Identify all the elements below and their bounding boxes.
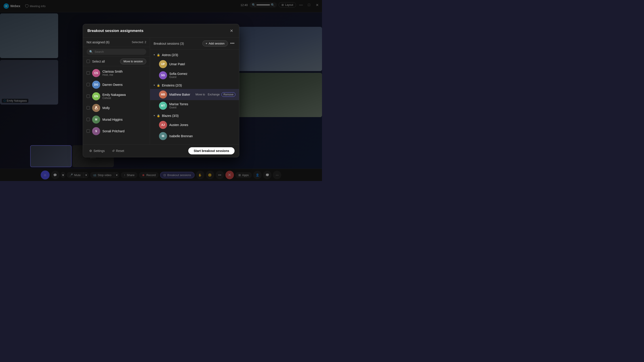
move-to-session-label: Move to session [124, 60, 143, 63]
session-member-isabelle[interactable]: IB Isabelle Brennan [150, 130, 239, 142]
avatar: SG [159, 71, 167, 79]
search-icon: 🔍 [89, 50, 93, 53]
select-all-label: Select all [92, 60, 105, 63]
chevron-down-icon: ▾ [154, 114, 155, 117]
session-group-einsteins: ▾ 🔒 Einsteins (2/3) MB Matthew Baker Mov… [150, 82, 239, 111]
remove-link[interactable]: Remove [222, 92, 236, 97]
session-group-astros: ▾ 🔒 Astros (2/3) UP Umar Patel SG [150, 51, 239, 81]
person-checkbox-murad[interactable] [86, 118, 90, 121]
reset-button[interactable]: ↺ Reset [110, 148, 126, 153]
lock-icon: 🔒 [157, 84, 160, 87]
person-info-murad: Murad Higgins [102, 118, 146, 121]
add-session-button[interactable]: + Add session [202, 40, 228, 46]
person-checkbox-clarissa[interactable] [86, 71, 90, 75]
avatar: MT [159, 102, 167, 110]
list-item[interactable]: CS Clarissa Smith Host, me [83, 67, 150, 79]
person-name: Sonali Pritchard [102, 129, 146, 133]
avatar: S [92, 127, 100, 135]
person-name: Emily Nakagawa [102, 93, 146, 96]
person-info-sonali: Sonali Pritchard [102, 129, 146, 133]
member-name: Marise Torres [169, 102, 236, 106]
person-role: Cohost [102, 96, 146, 100]
person-checkbox-darren[interactable] [86, 83, 90, 86]
session-member[interactable]: UP Umar Patel [150, 58, 239, 70]
session-name-astros: Astros (2/3) [162, 53, 178, 57]
select-all-checkbox[interactable] [86, 60, 90, 63]
breakout-session-modal: Breakout session assignments ✕ Not assig… [83, 24, 239, 157]
start-breakout-sessions-button[interactable]: Start breakout sessions [188, 147, 234, 154]
reset-icon: ↺ [112, 149, 115, 153]
avatar: M [92, 115, 100, 124]
session-member[interactable]: SG Sofia Gomez Guest [150, 70, 239, 81]
person-checkbox-emily[interactable] [86, 94, 90, 98]
select-all-row: Select all Move to session [83, 57, 150, 66]
list-item[interactable]: DO Darren Owens [83, 79, 150, 90]
chevron-down-icon: ▾ [154, 84, 155, 87]
avatar: UP [159, 60, 167, 68]
move-to-link[interactable]: Move to [194, 92, 206, 96]
session-controls: + Add session ••• [202, 40, 236, 47]
exchange-link[interactable]: Exchange [207, 92, 220, 96]
avatar: DO [92, 81, 100, 89]
settings-button[interactable]: ⚙ Settings [88, 148, 107, 153]
start-label: Start breakout sessions [194, 149, 229, 153]
person-info-emily: Emily Nakagawa Cohost [102, 93, 146, 100]
session-header-einsteins[interactable]: ▾ 🔒 Einsteins (2/3) [150, 82, 239, 89]
sessions-more-button[interactable]: ••• [229, 40, 236, 47]
avatar: 🐶 [92, 104, 100, 112]
add-session-label: Add session [209, 42, 224, 45]
modal-body: Not assigned (6) Selected: 2 🔍 Select al… [83, 38, 239, 144]
person-name: Molly [102, 106, 146, 110]
modal-title: Breakout session assignments [88, 28, 143, 33]
member-actions: Move to Exchange Remove [194, 92, 236, 97]
avatar: MB [159, 90, 167, 98]
session-header-blazes[interactable]: ▾ 🔒 Blazes (3/3) [150, 112, 239, 119]
session-member-austen[interactable]: AJ Austen Jones [150, 119, 239, 130]
person-info-molly: Molly [102, 106, 146, 110]
search-input-wrapper: 🔍 [86, 49, 146, 55]
avatar: EN [92, 92, 100, 100]
not-assigned-person-list: CS Clarissa Smith Host, me DO Darren Owe… [83, 66, 150, 144]
avatar: IB [159, 132, 167, 140]
search-input[interactable] [94, 50, 144, 53]
person-name: Clarissa Smith [102, 70, 146, 73]
not-assigned-panel: Not assigned (6) Selected: 2 🔍 Select al… [83, 38, 150, 144]
session-member-matthew[interactable]: MB Matthew Baker Move to Exchange Remove [150, 89, 239, 100]
chevron-down-icon: ▾ [154, 53, 155, 56]
settings-icon: ⚙ [89, 149, 92, 153]
list-item[interactable]: M Murad Higgins [83, 114, 150, 125]
session-header-astros[interactable]: ▾ 🔒 Astros (2/3) [150, 51, 239, 58]
breakout-sessions-panel: Breakout sessions (3) + Add session ••• … [150, 38, 239, 144]
move-to-session-button[interactable]: Move to session [120, 58, 146, 64]
avatar: CS [92, 69, 100, 77]
session-name-einsteins: Einsteins (2/3) [162, 84, 182, 87]
member-name-matthew: Matthew Baker [169, 93, 192, 96]
breakout-sessions-header: Breakout sessions (3) + Add session ••• [150, 38, 239, 50]
list-item[interactable]: S Sonali Pritchard [83, 125, 150, 137]
session-name-blazes: Blazes (3/3) [162, 114, 179, 117]
not-assigned-header: Not assigned (6) Selected: 2 [83, 38, 150, 47]
list-item[interactable]: 🐶 Molly [83, 102, 150, 114]
list-item[interactable]: EN Emily Nakagawa Cohost [83, 90, 150, 102]
member-name: Umar Patel [169, 62, 236, 66]
member-role: Guest [169, 106, 236, 109]
modal-overlay: Breakout session assignments ✕ Not assig… [0, 0, 322, 181]
lock-icon: 🔒 [157, 114, 160, 117]
person-info-darren: Darren Owens [102, 83, 146, 86]
member-role: Guest [169, 75, 236, 79]
modal-close-button[interactable]: ✕ [228, 28, 234, 34]
person-role: Host, me [102, 73, 146, 76]
person-checkbox-molly[interactable] [86, 106, 90, 109]
member-name: Austen Jones [169, 123, 236, 127]
selected-count-label: Selected: 2 [132, 40, 146, 44]
person-info-clarissa: Clarissa Smith Host, me [102, 70, 146, 76]
session-group-blazes: ▾ 🔒 Blazes (3/3) AJ Austen Jones IB I [150, 112, 239, 142]
member-name: Sofia Gomez [169, 72, 236, 75]
person-checkbox-sonali[interactable] [86, 129, 90, 133]
modal-footer: ⚙ Settings ↺ Reset Start breakout sessio… [83, 144, 239, 157]
sessions-list: ▾ 🔒 Astros (2/3) UP Umar Patel SG [150, 50, 239, 144]
avatar: AJ [159, 121, 167, 129]
lock-icon: 🔒 [157, 53, 160, 56]
search-box: 🔍 [83, 47, 150, 57]
session-member-marise[interactable]: MT Marise Torres Guest [150, 100, 239, 111]
